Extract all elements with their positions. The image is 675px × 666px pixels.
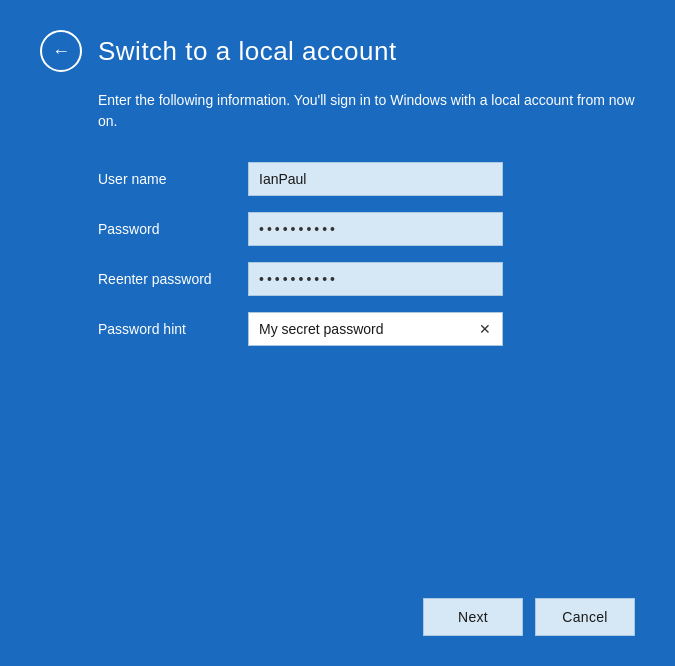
password-hint-input[interactable]	[248, 312, 503, 346]
password-label: Password	[98, 221, 248, 237]
hint-wrapper: ✕	[248, 312, 503, 346]
page-title: Switch to a local account	[98, 36, 397, 67]
username-input[interactable]	[248, 162, 503, 196]
back-arrow-icon: ←	[52, 42, 70, 60]
back-button[interactable]: ←	[40, 30, 82, 72]
reenter-password-label: Reenter password	[98, 271, 248, 287]
password-row: Password	[98, 212, 635, 246]
username-row: User name	[98, 162, 635, 196]
reenter-password-row: Reenter password	[98, 262, 635, 296]
next-button[interactable]: Next	[423, 598, 523, 636]
password-hint-label: Password hint	[98, 321, 248, 337]
form-area: User name Password Reenter password Pass…	[98, 162, 635, 362]
password-hint-row: Password hint ✕	[98, 312, 635, 346]
hint-clear-button[interactable]: ✕	[475, 320, 495, 338]
subtitle-text: Enter the following information. You'll …	[98, 90, 635, 132]
page-container: ← Switch to a local account Enter the fo…	[0, 0, 675, 666]
cancel-button[interactable]: Cancel	[535, 598, 635, 636]
header: ← Switch to a local account	[40, 30, 635, 72]
password-input[interactable]	[248, 212, 503, 246]
username-label: User name	[98, 171, 248, 187]
reenter-password-input[interactable]	[248, 262, 503, 296]
bottom-buttons: Next Cancel	[423, 598, 635, 636]
